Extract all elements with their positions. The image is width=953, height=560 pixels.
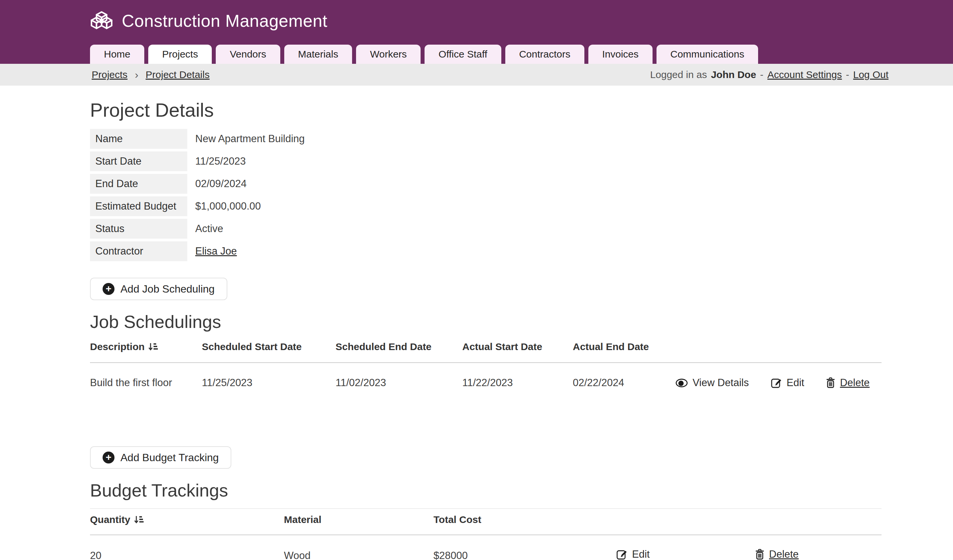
cell-actual-start: 11/22/2023 [462, 363, 573, 404]
tab-home[interactable]: Home [90, 45, 144, 64]
budget-trackings-table: Quantity [90, 509, 882, 560]
cell-scheduled-start: 11/25/2023 [202, 363, 335, 404]
field-row-contractor: Contractor Elisa Joe [90, 241, 882, 261]
session-prefix: Logged in as [650, 69, 707, 80]
pen-square-icon [616, 549, 627, 560]
add-job-scheduling-button[interactable]: + Add Job Scheduling [90, 278, 227, 300]
field-row-name: Name New Apartment Building [90, 129, 882, 149]
add-budget-tracking-label: Add Budget Tracking [120, 452, 219, 464]
tab-projects[interactable]: Projects [148, 45, 212, 64]
breadcrumb-link-project-details[interactable]: Project Details [146, 69, 210, 80]
field-value: 11/25/2023 [195, 152, 246, 171]
field-row-start-date: Start Date 11/25/2023 [90, 152, 882, 171]
field-label: Name [90, 129, 187, 149]
cell-actual-end: 02/22/2024 [573, 363, 675, 404]
add-job-scheduling-label: Add Job Scheduling [120, 283, 215, 295]
add-budget-tracking-button[interactable]: + Add Budget Tracking [90, 446, 231, 469]
pen-square-icon [771, 377, 782, 388]
field-label: Contractor [90, 241, 187, 261]
cubes-icon [90, 11, 113, 31]
breadcrumb-bar: Projects › Project Details Logged in as … [0, 64, 953, 86]
app-title: Construction Management [122, 11, 327, 31]
cell-scheduled-end: 11/02/2023 [335, 363, 462, 404]
column-header-quantity: Quantity [90, 509, 284, 535]
column-header-actual-start-date: Actual Start Date [462, 336, 573, 363]
row-actions: View Details Edit [675, 377, 882, 389]
field-value: Elisa Joe [195, 241, 237, 261]
session-separator: - [846, 69, 849, 80]
column-header-actions [616, 509, 755, 535]
job-schedulings-heading: Job Schedulings [90, 311, 882, 332]
field-label: Start Date [90, 152, 187, 171]
edit-action[interactable]: Edit [771, 377, 804, 389]
field-value: $1,000,000.00 [195, 196, 261, 216]
tab-vendors[interactable]: Vendors [216, 45, 280, 64]
plus-circle-icon: + [102, 283, 115, 295]
field-row-end-date: End Date 02/09/2024 [90, 174, 882, 194]
delete-action[interactable]: Delete [755, 548, 799, 560]
column-header-scheduled-end-date: Scheduled End Date [335, 336, 462, 363]
column-header-actions [675, 336, 882, 363]
field-label: Status [90, 219, 187, 239]
column-header-description: Description [90, 336, 202, 363]
chevron-right-icon: › [135, 69, 138, 81]
main-nav: Home Projects Vendors Materials Workers … [90, 45, 758, 64]
job-scheduling-row: Build the first floor 11/25/2023 11/02/2… [90, 363, 882, 404]
field-label: End Date [90, 174, 187, 194]
column-header-actions [755, 509, 882, 535]
field-row-estimated-budget: Estimated Budget $1,000,000.00 [90, 196, 882, 216]
cell-material: Wood [284, 535, 433, 560]
cell-total-cost: $28000 [433, 535, 616, 560]
tab-contractors[interactable]: Contractors [505, 45, 584, 64]
column-header-scheduled-start-date: Scheduled Start Date [202, 336, 335, 363]
breadcrumb-link-projects[interactable]: Projects [92, 69, 127, 80]
budget-trackings-heading: Budget Trackings [90, 480, 882, 501]
tab-invoices[interactable]: Invoices [588, 45, 653, 64]
app-header: Construction Management Home Projects Ve… [0, 0, 953, 64]
field-label: Estimated Budget [90, 196, 187, 216]
view-details-action[interactable]: View Details [675, 377, 749, 389]
budget-table-header-row: Quantity [90, 509, 882, 535]
plus-circle-icon: + [102, 452, 115, 464]
sort-amount-down-icon[interactable] [134, 515, 144, 524]
session-separator: - [760, 69, 764, 80]
budget-tracking-row: 20 Wood $28000 Edit [90, 535, 882, 560]
tab-materials[interactable]: Materials [284, 45, 352, 64]
trash-icon [826, 377, 835, 388]
field-value: New Apartment Building [195, 129, 305, 149]
field-value: 02/09/2024 [195, 174, 247, 194]
project-details-table: Name New Apartment Building Start Date 1… [90, 129, 882, 261]
column-header-total-cost: Total Cost [433, 509, 616, 535]
session-info: Logged in as John Doe - Account Settings… [650, 69, 888, 80]
sort-amount-down-icon[interactable] [148, 342, 158, 351]
tab-office-staff[interactable]: Office Staff [425, 45, 501, 64]
account-settings-link[interactable]: Account Settings [767, 69, 842, 80]
field-row-status: Status Active [90, 219, 882, 239]
session-username: John Doe [711, 69, 756, 80]
tab-communications[interactable]: Communications [657, 45, 758, 64]
job-schedulings-table: Description [90, 336, 882, 404]
brand: Construction Management [90, 0, 953, 31]
trash-icon [755, 549, 764, 560]
job-table-header-row: Description [90, 336, 882, 363]
edit-action[interactable]: Edit [616, 548, 650, 560]
breadcrumb: Projects › Project Details [92, 69, 210, 81]
eye-icon [675, 379, 688, 387]
column-header-actual-end-date: Actual End Date [573, 336, 675, 363]
column-header-material: Material [284, 509, 433, 535]
page-title: Project Details [90, 99, 882, 121]
main-content: Project Details Name New Apartment Build… [0, 99, 953, 560]
field-value: Active [195, 219, 223, 239]
contractor-link[interactable]: Elisa Joe [195, 245, 237, 257]
delete-action[interactable]: Delete [826, 377, 870, 389]
log-out-link[interactable]: Log Out [853, 69, 888, 80]
tab-workers[interactable]: Workers [356, 45, 421, 64]
cell-quantity: 20 [90, 535, 284, 560]
cell-description: Build the first floor [90, 363, 202, 404]
